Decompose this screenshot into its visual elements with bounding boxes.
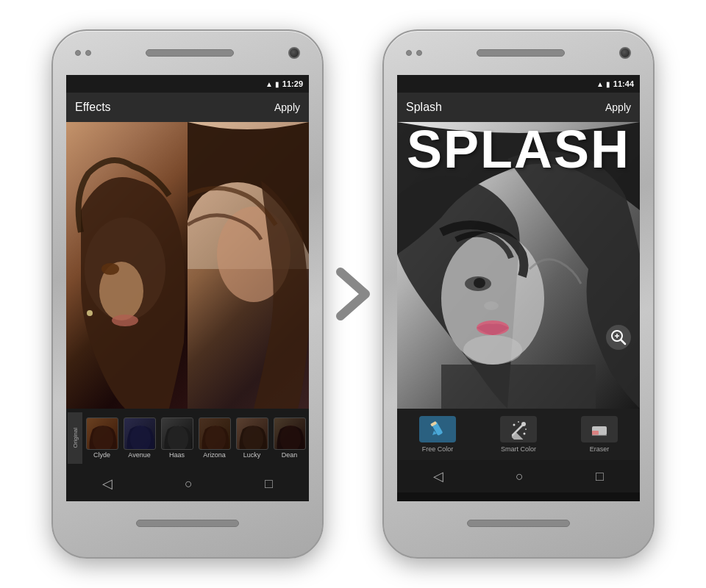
left-wifi-icon: ▲	[265, 80, 273, 88]
svg-point-17	[484, 301, 499, 310]
tool-smart-color-label: Smart Color	[501, 445, 536, 453]
thumb-clyde[interactable]: Clyde	[84, 417, 120, 459]
right-battery-icon: ▮	[606, 80, 610, 88]
left-status-icons: ▲ ▮	[265, 80, 279, 88]
thumb-haas[interactable]: Haas	[159, 417, 195, 459]
svg-point-2	[112, 315, 138, 326]
left-nav-bar: ◁ ○ □	[66, 467, 309, 500]
chevron-right-icon	[335, 265, 371, 323]
right-status-icons: ▲ ▮	[596, 80, 610, 88]
thumb-original-label: Original	[72, 428, 79, 448]
pencil-icon	[427, 419, 448, 440]
thumb-avenue-img	[124, 417, 156, 450]
right-phone-camera	[619, 47, 631, 59]
thumb-dean[interactable]: Dean	[271, 417, 307, 459]
thumb-clyde-img	[86, 417, 118, 450]
left-bottom-speaker	[136, 520, 239, 527]
right-wifi-icon: ▲	[596, 80, 604, 88]
right-phone-speaker	[477, 49, 565, 57]
splash-watermark: SPLASH	[397, 119, 640, 179]
left-phone-bottom-hardware	[53, 501, 322, 545]
right-app-bar: Splash Apply	[397, 93, 640, 122]
tool-eraser-bg	[581, 416, 618, 442]
left-photo-color-right	[188, 122, 309, 409]
thumb-dean-label: Dean	[282, 451, 298, 459]
right-tools-bar: Free Color	[397, 409, 640, 460]
right-phone-top-hardware	[384, 31, 653, 75]
svg-point-30	[513, 424, 516, 426]
svg-point-16	[474, 278, 485, 288]
tool-free-color-label: Free Color	[422, 445, 454, 453]
left-dot-2	[85, 50, 91, 56]
thumb-haas-label: Haas	[169, 451, 185, 459]
thumb-clyde-label: Clyde	[93, 451, 110, 459]
right-nav-bar: ◁ ○ □	[397, 460, 640, 492]
left-phone-screen: ▲ ▮ 11:29 Effects Apply	[66, 75, 309, 501]
main-scene: ▲ ▮ 11:29 Effects Apply	[0, 0, 706, 588]
svg-rect-34	[511, 432, 524, 440]
thumb-lucky[interactable]: Lucky	[234, 417, 270, 459]
thumb-avenue-label: Avenue	[128, 451, 150, 459]
tool-free-color[interactable]: Free Color	[397, 416, 478, 453]
left-battery-icon: ▮	[275, 80, 279, 88]
tool-smart-color[interactable]: Smart Color	[478, 416, 559, 453]
left-back-icon[interactable]: ◁	[102, 476, 113, 492]
eraser-icon	[589, 419, 610, 440]
right-phone: ▲ ▮ 11:44 Splash Apply SPLASH	[382, 29, 655, 559]
left-phone-wrapper: ▲ ▮ 11:29 Effects Apply	[51, 29, 324, 559]
left-photo-split	[66, 122, 309, 409]
right-apply-button[interactable]: Apply	[605, 101, 631, 113]
svg-rect-36	[592, 431, 599, 435]
thumb-avenue[interactable]: Avenue	[121, 417, 157, 459]
right-home-icon[interactable]: ○	[516, 469, 524, 484]
svg-point-19	[463, 335, 522, 365]
magic-wand-icon	[508, 419, 529, 440]
left-time: 11:29	[282, 79, 303, 88]
tool-free-color-bg	[419, 416, 456, 442]
svg-point-33	[525, 429, 527, 430]
right-time: 11:44	[613, 79, 634, 88]
svg-rect-20	[441, 365, 596, 409]
left-phone-camera	[288, 47, 300, 59]
arrow-container	[324, 265, 382, 323]
right-phone-screen: ▲ ▮ 11:44 Splash Apply SPLASH	[397, 75, 640, 501]
left-status-bar: ▲ ▮ 11:29	[66, 75, 309, 93]
left-phone-speaker	[146, 49, 234, 57]
right-app-title: Splash	[406, 101, 442, 114]
right-phone-dots	[406, 50, 422, 56]
left-recents-icon[interactable]: □	[265, 476, 273, 492]
thumb-arizona[interactable]: Arizona	[196, 417, 232, 459]
left-phone-dots	[75, 50, 91, 56]
right-dot-2	[416, 50, 422, 56]
left-dot-1	[75, 50, 81, 56]
tool-smart-color-bg	[500, 416, 537, 442]
left-apply-button[interactable]: Apply	[274, 101, 300, 113]
left-home-icon[interactable]: ○	[185, 476, 193, 492]
thumb-lucky-label: Lucky	[243, 451, 261, 459]
thumb-original[interactable]: Original	[68, 412, 82, 464]
thumb-arizona-img	[199, 417, 231, 450]
svg-point-4	[87, 310, 93, 316]
right-dot-1	[406, 50, 412, 56]
thumb-arizona-label: Arizona	[203, 451, 226, 459]
left-phone-top-hardware	[53, 31, 322, 75]
svg-line-28	[513, 425, 523, 435]
left-thumbnail-strip: Original Clyde Avenue	[66, 409, 309, 467]
tool-eraser-label: Eraser	[590, 445, 610, 453]
tool-eraser[interactable]: Eraser	[559, 416, 640, 453]
right-phone-bottom-hardware	[384, 501, 653, 545]
left-photo-color	[66, 122, 188, 409]
thumb-lucky-img	[236, 417, 268, 450]
zoom-icon	[610, 329, 627, 345]
left-app-bar: Effects Apply	[66, 93, 309, 122]
left-photo-area	[66, 122, 309, 409]
right-back-icon[interactable]: ◁	[433, 468, 443, 484]
right-phone-wrapper: ▲ ▮ 11:44 Splash Apply SPLASH	[382, 29, 655, 559]
thumb-haas-img	[161, 417, 193, 450]
svg-point-3	[101, 263, 119, 275]
zoom-button[interactable]	[606, 325, 631, 350]
svg-point-32	[518, 421, 519, 423]
right-bottom-speaker	[467, 520, 570, 527]
right-recents-icon[interactable]: □	[596, 469, 604, 484]
right-status-bar: ▲ ▮ 11:44	[397, 75, 640, 93]
